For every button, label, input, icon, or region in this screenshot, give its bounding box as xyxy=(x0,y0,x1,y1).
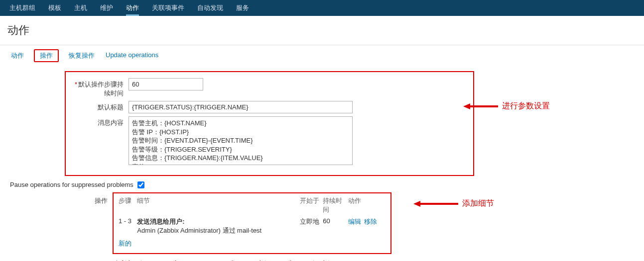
op-start: 立即地 xyxy=(300,217,323,235)
op-duration: 60 xyxy=(323,217,348,235)
message-content-textarea[interactable]: 告警主机：{HOST.NAME} 告警 IP：{HOST.IP} 告警时间：{E… xyxy=(129,116,353,165)
default-subject-input[interactable] xyxy=(129,101,353,113)
default-step-duration-label: *默认操作步骤持续时间 xyxy=(69,78,129,98)
message-content-label: 消息内容 xyxy=(69,116,129,127)
validation-note: * At least one operation, recovery opera… xyxy=(116,259,644,261)
tab-recovery[interactable]: 恢复操作 xyxy=(68,49,96,62)
arrow-left-icon xyxy=(413,200,458,208)
svg-marker-1 xyxy=(413,201,458,207)
tab-action[interactable]: 动作 xyxy=(10,49,25,62)
default-step-duration-input[interactable] xyxy=(129,78,203,90)
tab-operations[interactable]: 操作 xyxy=(34,49,59,62)
pause-label: Pause operations for suppressed problems xyxy=(10,181,133,188)
sub-tabs: 动作 操作 恢复操作 Update operations xyxy=(0,45,644,64)
op-detail: 发送消息给用户: Admin (Zabbix Administrator) 通过… xyxy=(137,217,299,235)
svg-marker-0 xyxy=(463,103,498,109)
operations-header: 步骤 细节 开始于 持续时间 动作 xyxy=(119,196,386,214)
new-operation-link[interactable]: 新的 xyxy=(119,239,131,248)
default-subject-label: 默认标题 xyxy=(69,101,129,112)
op-edit-link[interactable]: 编辑 xyxy=(348,217,361,226)
nav-actions[interactable]: 动作 xyxy=(120,0,145,16)
arrow-left-icon xyxy=(463,102,498,110)
top-nav: 主机群组 模板 主机 维护 动作 关联项事件 自动发现 服务 xyxy=(0,0,644,16)
nav-templates[interactable]: 模板 xyxy=(42,0,68,16)
nav-correlation[interactable]: 关联项事件 xyxy=(145,0,191,16)
table-row: 1 - 3 发送消息给用户: Admin (Zabbix Administrat… xyxy=(119,217,386,235)
pause-checkbox[interactable] xyxy=(137,181,144,188)
nav-discovery[interactable]: 自动发现 xyxy=(191,0,230,16)
tab-update-operations[interactable]: Update operations xyxy=(105,49,159,62)
op-steps: 1 - 3 xyxy=(119,217,137,235)
params-highlight-box: *默认操作步骤持续时间 默认标题 消息内容 告警主机：{HOST.NAME} 告… xyxy=(65,71,474,176)
nav-services[interactable]: 服务 xyxy=(230,0,256,16)
nav-hosts[interactable]: 主机 xyxy=(68,0,94,16)
annotation-details: 添加细节 xyxy=(413,198,494,209)
operations-label: 操作 xyxy=(65,192,113,205)
nav-maintenance[interactable]: 维护 xyxy=(94,0,120,16)
nav-hostgroups[interactable]: 主机群组 xyxy=(3,0,42,16)
op-remove-link[interactable]: 移除 xyxy=(364,217,377,226)
page-title: 动作 xyxy=(0,16,644,42)
annotation-params: 进行参数设置 xyxy=(463,101,550,111)
